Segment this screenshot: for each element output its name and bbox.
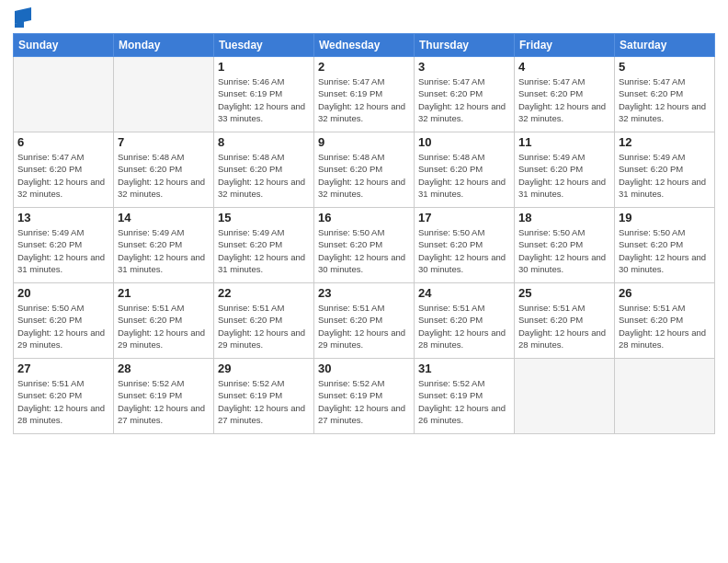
calendar-day-cell: 16Sunrise: 5:50 AMSunset: 6:20 PMDayligh… <box>314 208 415 283</box>
day-number: 10 <box>418 135 510 149</box>
header <box>13 9 715 28</box>
calendar-day-cell: 6Sunrise: 5:47 AMSunset: 6:20 PMDaylight… <box>14 132 114 208</box>
calendar-day-cell: 13Sunrise: 5:49 AMSunset: 6:20 PMDayligh… <box>14 208 114 283</box>
calendar-day-cell: 30Sunrise: 5:52 AMSunset: 6:19 PMDayligh… <box>314 359 415 434</box>
day-number: 7 <box>118 135 210 149</box>
calendar-day-cell: 19Sunrise: 5:50 AMSunset: 6:20 PMDayligh… <box>615 208 715 283</box>
calendar-day-cell: 9Sunrise: 5:48 AMSunset: 6:20 PMDaylight… <box>314 132 415 208</box>
day-info: Sunrise: 5:47 AMSunset: 6:20 PMDaylight:… <box>518 75 610 124</box>
day-number: 5 <box>619 60 711 74</box>
calendar-day-cell: 7Sunrise: 5:48 AMSunset: 6:20 PMDaylight… <box>114 132 214 208</box>
calendar-week-row: 6Sunrise: 5:47 AMSunset: 6:20 PMDaylight… <box>14 132 715 208</box>
calendar-week-row: 27Sunrise: 5:51 AMSunset: 6:20 PMDayligh… <box>14 359 715 434</box>
day-info: Sunrise: 5:51 AMSunset: 6:20 PMDaylight:… <box>518 302 610 350</box>
day-number: 29 <box>218 362 310 375</box>
calendar-day-header: Thursday <box>415 34 515 57</box>
day-number: 20 <box>17 286 109 300</box>
day-number: 28 <box>118 362 210 375</box>
calendar-day-cell: 4Sunrise: 5:47 AMSunset: 6:20 PMDaylight… <box>515 57 615 132</box>
day-number: 6 <box>17 135 109 149</box>
day-number: 1 <box>218 60 310 74</box>
calendar-day-cell: 23Sunrise: 5:51 AMSunset: 6:20 PMDayligh… <box>314 283 415 359</box>
day-info: Sunrise: 5:52 AMSunset: 6:19 PMDaylight:… <box>418 377 510 426</box>
day-number: 15 <box>218 211 310 224</box>
day-info: Sunrise: 5:49 AMSunset: 6:20 PMDaylight:… <box>218 226 310 275</box>
day-number: 18 <box>518 211 610 224</box>
calendar-day-cell: 3Sunrise: 5:47 AMSunset: 6:20 PMDaylight… <box>415 57 515 132</box>
logo <box>13 9 31 28</box>
day-info: Sunrise: 5:47 AMSunset: 6:20 PMDaylight:… <box>619 75 711 124</box>
day-number: 11 <box>518 135 610 149</box>
calendar-day-cell: 17Sunrise: 5:50 AMSunset: 6:20 PMDayligh… <box>415 208 515 283</box>
day-number: 31 <box>418 362 510 375</box>
day-number: 14 <box>118 211 210 224</box>
calendar-day-cell <box>14 57 114 132</box>
day-info: Sunrise: 5:49 AMSunset: 6:20 PMDaylight:… <box>118 226 210 275</box>
calendar-day-cell: 31Sunrise: 5:52 AMSunset: 6:19 PMDayligh… <box>415 359 515 434</box>
day-number: 25 <box>518 286 610 300</box>
day-number: 30 <box>318 362 410 375</box>
calendar-day-cell: 15Sunrise: 5:49 AMSunset: 6:20 PMDayligh… <box>214 208 314 283</box>
day-info: Sunrise: 5:50 AMSunset: 6:20 PMDaylight:… <box>619 226 711 275</box>
day-info: Sunrise: 5:50 AMSunset: 6:20 PMDaylight:… <box>17 302 109 350</box>
day-info: Sunrise: 5:52 AMSunset: 6:19 PMDaylight:… <box>218 377 310 426</box>
calendar-day-cell: 14Sunrise: 5:49 AMSunset: 6:20 PMDayligh… <box>114 208 214 283</box>
day-info: Sunrise: 5:51 AMSunset: 6:20 PMDaylight:… <box>619 302 711 350</box>
logo-icon <box>15 7 31 28</box>
calendar-day-header: Monday <box>114 34 214 57</box>
day-info: Sunrise: 5:48 AMSunset: 6:20 PMDaylight:… <box>118 151 210 200</box>
calendar-day-header: Saturday <box>615 34 715 57</box>
day-info: Sunrise: 5:52 AMSunset: 6:19 PMDaylight:… <box>318 377 410 426</box>
calendar-day-cell: 12Sunrise: 5:49 AMSunset: 6:20 PMDayligh… <box>615 132 715 208</box>
day-info: Sunrise: 5:51 AMSunset: 6:20 PMDaylight:… <box>418 302 510 350</box>
day-info: Sunrise: 5:51 AMSunset: 6:20 PMDaylight:… <box>118 302 210 350</box>
calendar-day-cell: 11Sunrise: 5:49 AMSunset: 6:20 PMDayligh… <box>515 132 615 208</box>
calendar-day-cell: 24Sunrise: 5:51 AMSunset: 6:20 PMDayligh… <box>415 283 515 359</box>
calendar-day-cell: 10Sunrise: 5:48 AMSunset: 6:20 PMDayligh… <box>415 132 515 208</box>
day-info: Sunrise: 5:49 AMSunset: 6:20 PMDaylight:… <box>619 151 711 200</box>
day-info: Sunrise: 5:51 AMSunset: 6:20 PMDaylight:… <box>318 302 410 350</box>
calendar-day-cell: 28Sunrise: 5:52 AMSunset: 6:19 PMDayligh… <box>114 359 214 434</box>
day-info: Sunrise: 5:51 AMSunset: 6:20 PMDaylight:… <box>218 302 310 350</box>
day-number: 3 <box>418 60 510 74</box>
calendar-day-cell: 27Sunrise: 5:51 AMSunset: 6:20 PMDayligh… <box>14 359 114 434</box>
day-number: 16 <box>318 211 410 224</box>
calendar-day-header: Wednesday <box>314 34 415 57</box>
day-info: Sunrise: 5:47 AMSunset: 6:20 PMDaylight:… <box>418 75 510 124</box>
day-number: 4 <box>518 60 610 74</box>
day-info: Sunrise: 5:48 AMSunset: 6:20 PMDaylight:… <box>318 151 410 200</box>
calendar-day-cell: 5Sunrise: 5:47 AMSunset: 6:20 PMDaylight… <box>615 57 715 132</box>
calendar-day-header: Tuesday <box>214 34 314 57</box>
day-info: Sunrise: 5:47 AMSunset: 6:19 PMDaylight:… <box>318 75 410 124</box>
day-info: Sunrise: 5:50 AMSunset: 6:20 PMDaylight:… <box>418 226 510 275</box>
calendar-header-row: SundayMondayTuesdayWednesdayThursdayFrid… <box>14 34 715 57</box>
calendar-day-cell: 20Sunrise: 5:50 AMSunset: 6:20 PMDayligh… <box>14 283 114 359</box>
day-number: 27 <box>17 362 109 375</box>
calendar-day-header: Sunday <box>14 34 114 57</box>
day-info: Sunrise: 5:49 AMSunset: 6:20 PMDaylight:… <box>17 226 109 275</box>
day-info: Sunrise: 5:50 AMSunset: 6:20 PMDaylight:… <box>518 226 610 275</box>
day-number: 2 <box>318 60 410 74</box>
day-number: 8 <box>218 135 310 149</box>
day-number: 22 <box>218 286 310 300</box>
day-info: Sunrise: 5:48 AMSunset: 6:20 PMDaylight:… <box>218 151 310 200</box>
day-info: Sunrise: 5:52 AMSunset: 6:19 PMDaylight:… <box>118 377 210 426</box>
day-number: 12 <box>619 135 711 149</box>
day-number: 19 <box>619 211 711 224</box>
calendar-day-header: Friday <box>515 34 615 57</box>
calendar-day-cell: 1Sunrise: 5:46 AMSunset: 6:19 PMDaylight… <box>214 57 314 132</box>
calendar-day-cell: 18Sunrise: 5:50 AMSunset: 6:20 PMDayligh… <box>515 208 615 283</box>
calendar-day-cell: 2Sunrise: 5:47 AMSunset: 6:19 PMDaylight… <box>314 57 415 132</box>
calendar-day-cell: 8Sunrise: 5:48 AMSunset: 6:20 PMDaylight… <box>214 132 314 208</box>
calendar-day-cell <box>615 359 715 434</box>
day-number: 24 <box>418 286 510 300</box>
day-number: 9 <box>318 135 410 149</box>
day-info: Sunrise: 5:47 AMSunset: 6:20 PMDaylight:… <box>17 151 109 200</box>
day-info: Sunrise: 5:51 AMSunset: 6:20 PMDaylight:… <box>17 377 109 426</box>
calendar-day-cell: 22Sunrise: 5:51 AMSunset: 6:20 PMDayligh… <box>214 283 314 359</box>
calendar-day-cell: 26Sunrise: 5:51 AMSunset: 6:20 PMDayligh… <box>615 283 715 359</box>
calendar-day-cell: 25Sunrise: 5:51 AMSunset: 6:20 PMDayligh… <box>515 283 615 359</box>
day-number: 13 <box>17 211 109 224</box>
calendar-week-row: 13Sunrise: 5:49 AMSunset: 6:20 PMDayligh… <box>14 208 715 283</box>
page: SundayMondayTuesdayWednesdayThursdayFrid… <box>0 0 728 563</box>
